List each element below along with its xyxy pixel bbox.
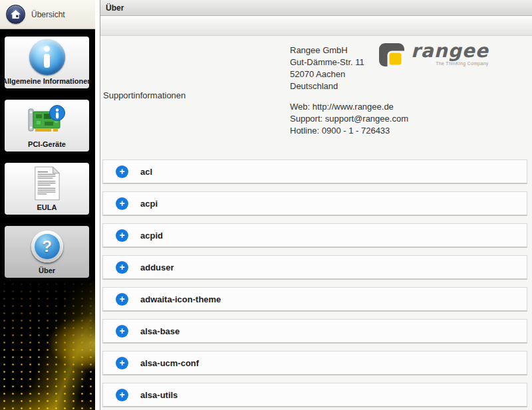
package-label: acl xyxy=(140,167,152,177)
contact-block: Web: http://www.rangee.deSupport: suppor… xyxy=(290,101,408,137)
nav-label: EULA xyxy=(37,203,57,212)
package-row[interactable]: + acpid xyxy=(102,223,527,248)
sidebar-item-allgemeine-informationen[interactable]: Allgemeine Informationen xyxy=(2,34,92,91)
nav-label: Über xyxy=(39,266,55,275)
nav-label: Allgemeine Informationen xyxy=(2,77,92,86)
package-label: alsa-ucm-conf xyxy=(140,358,199,368)
plus-icon[interactable]: + xyxy=(116,165,128,178)
toolbar-spacer xyxy=(100,16,532,36)
eula-document-icon xyxy=(5,163,89,203)
package-label: acpid xyxy=(140,231,163,241)
rangee-logo: rangee The ThinKing Company xyxy=(378,43,489,67)
contact-line: Hotline: 0900 - 1 - 726433 xyxy=(290,125,408,137)
rangee-logo-icon xyxy=(378,43,405,67)
contact-line: Support: support@rangee.com xyxy=(290,113,408,125)
package-row[interactable]: + alsa-utils xyxy=(102,383,527,407)
address-line: Deutschland xyxy=(290,80,408,92)
package-row[interactable]: + alsa-ucm-conf xyxy=(102,351,527,375)
package-label: adwaita-icon-theme xyxy=(140,294,221,304)
page-title: Über xyxy=(106,3,124,13)
sidebar-item-ueber[interactable]: ? Über xyxy=(2,223,92,280)
package-list: + acl + acpi + acpid + adduser + adwaita… xyxy=(102,159,527,407)
package-row[interactable]: + alsa-base xyxy=(102,319,527,344)
package-label: alsa-utils xyxy=(140,390,178,400)
rangee-wordmark: rangee xyxy=(411,43,489,60)
sidebar-nav: Allgemeine Informationen xyxy=(0,29,95,280)
home-icon xyxy=(6,5,25,24)
plus-icon[interactable]: + xyxy=(116,197,128,210)
sidebar-item-eula[interactable]: EULA xyxy=(2,160,92,217)
plus-icon[interactable]: + xyxy=(116,357,128,369)
pci-card-icon xyxy=(5,100,89,140)
contact-line: Web: http://www.rangee.de xyxy=(290,101,408,113)
sidebar-item-pci-geraete[interactable]: PCI-Geräte xyxy=(2,97,92,154)
plus-icon[interactable]: + xyxy=(116,325,128,338)
support-label: Supportinformationen xyxy=(103,90,186,100)
sidebar-item-overview[interactable]: Übersicht xyxy=(0,0,95,29)
overview-label: Übersicht xyxy=(31,10,65,19)
info-icon xyxy=(5,37,89,77)
package-row[interactable]: + acl xyxy=(102,159,527,184)
plus-icon[interactable]: + xyxy=(116,293,128,306)
main-panel: Über Supportinformationen Rangee GmbHGut… xyxy=(100,0,532,410)
plus-icon[interactable]: + xyxy=(116,229,128,242)
plus-icon[interactable]: + xyxy=(116,261,128,274)
package-label: acpi xyxy=(140,199,158,209)
sidebar-divider xyxy=(95,0,100,410)
rangee-tagline: The ThinKing Company xyxy=(411,61,489,66)
sidebar-background-art xyxy=(0,280,95,410)
rangee-logo-text: rangee The ThinKing Company xyxy=(411,43,489,66)
package-label: adduser xyxy=(140,262,174,272)
support-section: Supportinformationen Rangee GmbHGut-Dämm… xyxy=(102,36,527,159)
plus-icon[interactable]: + xyxy=(116,389,128,401)
page-title-bar: Über xyxy=(100,0,532,16)
question-mark-icon: ? xyxy=(5,226,89,266)
package-row[interactable]: + adduser xyxy=(102,255,527,280)
address-line: 52070 Aachen xyxy=(290,68,408,80)
content-area: Supportinformationen Rangee GmbHGut-Dämm… xyxy=(100,36,532,410)
package-row[interactable]: + adwaita-icon-theme xyxy=(102,287,527,312)
package-row[interactable]: + acpi xyxy=(102,191,527,216)
app-window: Übersicht Allgemeine Informationen xyxy=(0,0,532,410)
sidebar: Übersicht Allgemeine Informationen xyxy=(0,0,95,410)
package-label: alsa-base xyxy=(140,326,180,336)
nav-label: PCI-Geräte xyxy=(28,140,66,149)
